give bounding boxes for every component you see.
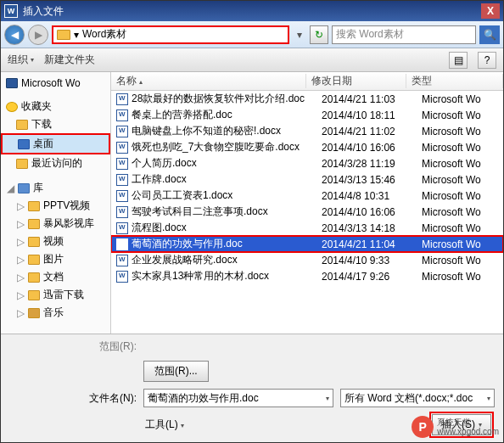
forward-button[interactable]: ▶ [28, 25, 48, 45]
file-type: Microsoft Wo [422, 238, 503, 250]
file-name: 28款最好的数据恢复软件对比介绍.doc [132, 92, 322, 106]
file-date: 2014/4/10 9:33 [322, 255, 422, 266]
file-name: 流程图.docx [132, 221, 322, 235]
file-date: 2014/4/10 18:11 [322, 109, 422, 121]
tools-menu[interactable]: 工具(L) ▾ [145, 418, 184, 432]
file-type: Microsoft Wo [422, 126, 503, 137]
sort-indicator-icon: ▴ [139, 78, 143, 86]
filename-input[interactable]: 葡萄酒的功效与作用.doc ▾ [143, 389, 333, 407]
file-type: Microsoft Wo [422, 158, 503, 170]
sidebar-item-pictures[interactable]: ▷图片 [1, 250, 110, 268]
file-date: 2014/4/10 16:06 [322, 142, 422, 154]
column-headers: 名称 ▴ 修改日期 类型 [111, 72, 503, 91]
library-icon [18, 183, 30, 193]
column-date[interactable]: 修改日期 [306, 74, 406, 88]
sidebar-item-favorites[interactable]: 收藏夹 [1, 98, 110, 115]
sidebar-item-desktop[interactable]: 桌面 [1, 133, 110, 154]
file-row[interactable]: 工作牌.docx2014/3/13 15:46Microsoft Wo [111, 171, 503, 188]
file-date: 2014/4/21 11:02 [322, 126, 422, 137]
sidebar-item-xunlei[interactable]: ▷迅雷下载 [1, 286, 110, 304]
file-type: Microsoft Wo [422, 109, 503, 121]
tree-collapsed-icon[interactable]: ▷ [16, 272, 25, 283]
folder-icon [16, 120, 28, 130]
file-row[interactable]: 公司员工工资表1.docx2014/4/8 10:31Microsoft Wo [111, 188, 503, 204]
file-name: 饿死也别吃_7大食物空腹吃要命.docx [132, 140, 322, 154]
file-type: Microsoft Wo [422, 255, 503, 266]
file-row[interactable]: 实木家具13种常用的木材.docx2014/4/17 9:26Microsoft… [111, 268, 503, 284]
file-row[interactable]: 驾驶考试科目二注意事项.docx2014/4/10 16:06Microsoft… [111, 204, 503, 220]
doc-icon [116, 255, 128, 266]
desktop-icon [18, 139, 30, 149]
doc-icon [116, 238, 128, 250]
star-icon [6, 102, 18, 112]
music-icon [28, 308, 40, 318]
column-name[interactable]: 名称 ▴ [111, 74, 306, 88]
doc-icon [116, 174, 128, 186]
doc-icon [116, 109, 128, 121]
refresh-button[interactable]: ↻ [310, 25, 328, 44]
new-folder-button[interactable]: 新建文件夹 [44, 53, 95, 67]
sidebar-item-downloads[interactable]: 下载 [1, 115, 110, 133]
sidebar-item-word[interactable]: Microsoft Wo [1, 76, 110, 91]
sidebar-item-music[interactable]: ▷音乐 [1, 304, 110, 322]
file-name: 公司员工工资表1.docx [132, 188, 322, 203]
file-date: 2014/4/21 11:03 [322, 93, 422, 105]
tree-collapsed-icon[interactable]: ▷ [16, 236, 25, 248]
filename-label: 文件名(N): [9, 391, 137, 406]
tree-expanded-icon[interactable]: ◢ [6, 182, 14, 194]
sidebar-item-baofeng[interactable]: ▷暴风影视库 [1, 215, 110, 233]
word-icon [6, 78, 18, 88]
tree-collapsed-icon[interactable]: ▷ [16, 307, 25, 319]
address-bar[interactable]: ▾ Word素材 [52, 25, 289, 44]
help-button[interactable]: ? [478, 52, 496, 69]
filetype-filter[interactable]: 所有 Word 文档(*.docx;*.doc ▾ [340, 389, 495, 407]
file-type: Microsoft Wo [422, 174, 503, 186]
view-options-button[interactable]: ▤ [449, 52, 468, 69]
folder-icon [57, 30, 70, 40]
file-name: 餐桌上的营养搭配.doc [132, 108, 322, 122]
address-dropdown[interactable]: ▾ [293, 29, 306, 41]
file-name: 工作牌.docx [132, 172, 322, 187]
chevron-down-icon[interactable]: ▾ [487, 395, 490, 402]
file-row[interactable]: 电脑键盘上你不知道的秘密!.docx2014/4/21 11:02Microso… [111, 123, 503, 139]
doc-icon [116, 222, 128, 234]
file-list: 名称 ▴ 修改日期 类型 28款最好的数据恢复软件对比介绍.doc2014/4/… [111, 72, 503, 334]
window-title: 插入文件 [23, 4, 481, 19]
file-type: Microsoft Wo [422, 142, 503, 154]
file-date: 2014/3/13 15:46 [322, 174, 422, 186]
file-type: Microsoft Wo [422, 93, 503, 105]
sidebar-item-libraries[interactable]: ◢库 [1, 179, 110, 197]
close-button[interactable]: X [481, 3, 500, 19]
column-type[interactable]: 类型 [406, 74, 503, 88]
back-button[interactable]: ◀ [4, 25, 25, 45]
file-row[interactable]: 企业发展战略研究.docx2014/4/10 9:33Microsoft Wo [111, 252, 503, 268]
file-date: 2014/4/17 9:26 [322, 271, 422, 283]
doc-icon [116, 190, 128, 202]
search-box[interactable]: 搜索 Word素材 [332, 25, 476, 44]
sidebar-item-documents[interactable]: ▷文档 [1, 268, 110, 286]
search-button[interactable]: 🔍 [479, 25, 500, 44]
organize-menu[interactable]: 组织▾ [8, 53, 34, 67]
sidebar-item-recent[interactable]: 最近访问的 [1, 154, 110, 172]
chevron-down-icon[interactable]: ▾ [326, 395, 329, 402]
file-date: 2014/3/13 14:18 [322, 222, 422, 234]
file-row[interactable]: 餐桌上的营养搭配.doc2014/4/10 18:11Microsoft Wo [111, 107, 503, 123]
file-name: 企业发展战略研究.docx [132, 253, 322, 267]
tree-collapsed-icon[interactable]: ▷ [16, 289, 25, 301]
file-name: 葡萄酒的功效与作用.doc [132, 237, 322, 251]
folder-icon [28, 219, 40, 229]
range-button[interactable]: 范围(R)... [143, 361, 209, 382]
doc-icon [116, 126, 128, 137]
tree-collapsed-icon[interactable]: ▷ [16, 218, 25, 230]
tree-collapsed-icon[interactable]: ▷ [16, 200, 25, 212]
file-row[interactable]: 流程图.docx2014/3/13 14:18Microsoft Wo [111, 220, 503, 236]
file-row[interactable]: 28款最好的数据恢复软件对比介绍.doc2014/4/21 11:03Micro… [111, 91, 503, 107]
file-row[interactable]: 葡萄酒的功效与作用.doc2014/4/21 11:04Microsoft Wo [111, 236, 503, 252]
range-label: 范围(R): [9, 339, 137, 354]
tree-collapsed-icon[interactable]: ▷ [16, 254, 25, 266]
sidebar-item-video[interactable]: ▷视频 [1, 233, 110, 250]
folder-icon [28, 272, 40, 283]
sidebar-item-pptv[interactable]: ▷PPTV视频 [1, 197, 110, 215]
file-row[interactable]: 饿死也别吃_7大食物空腹吃要命.docx2014/4/10 16:06Micro… [111, 139, 503, 155]
file-row[interactable]: 个人简历.docx2014/3/28 11:19Microsoft Wo [111, 155, 503, 171]
